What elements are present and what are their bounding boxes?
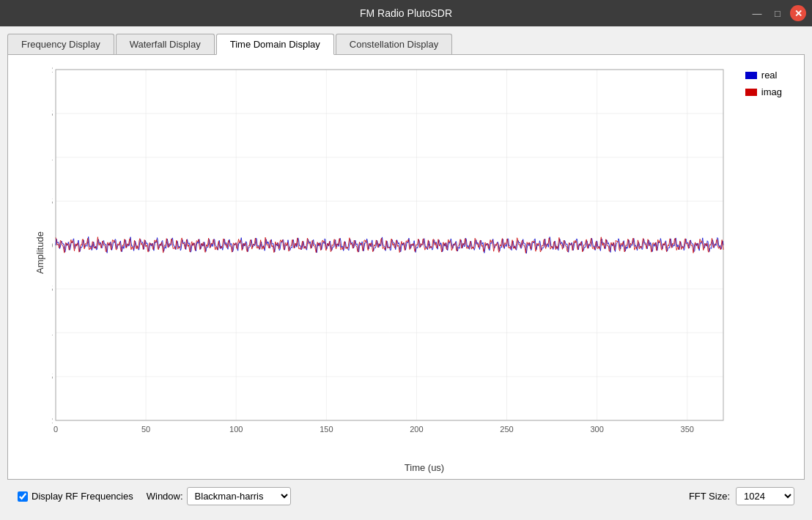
legend-real: real: [745, 70, 782, 81]
window-select[interactable]: Blackman-harris Hamming Hanning Rectangu…: [187, 487, 291, 505]
app-title: FM Radio PlutoSDR: [360, 7, 452, 19]
window-label: Window:: [147, 491, 183, 502]
close-button[interactable]: ✕: [790, 5, 806, 21]
bottom-right: FFT Size: 512 1024 2048 4096: [689, 487, 794, 505]
legend-imag-color: [745, 89, 757, 96]
legend-imag: imag: [745, 86, 782, 97]
rf-frequencies-checkbox[interactable]: [18, 491, 28, 502]
bottom-bar: Display RF Frequencies Window: Blackman-…: [7, 480, 805, 513]
title-bar: FM Radio PlutoSDR — □ ✕: [0, 0, 812, 26]
legend-real-label: real: [761, 70, 778, 81]
minimize-button[interactable]: —: [749, 5, 765, 21]
tab-frequency[interactable]: Frequency Display: [7, 34, 114, 54]
rf-frequencies-label: Display RF Frequencies: [32, 491, 133, 502]
rf-frequencies-checkbox-label[interactable]: Display RF Frequencies: [18, 491, 133, 502]
y-axis-label: Amplitude: [34, 231, 45, 274]
tab-timedomain[interactable]: Time Domain Display: [216, 34, 334, 55]
tab-bar: Frequency Display Waterfall Display Time…: [7, 34, 805, 55]
maximize-button[interactable]: □: [769, 5, 786, 21]
time-domain-chart: [52, 62, 797, 442]
fft-label: FFT Size:: [689, 491, 730, 502]
window-controls: — □ ✕: [749, 5, 806, 21]
tab-waterfall[interactable]: Waterfall Display: [116, 34, 215, 54]
legend-real-color: [745, 72, 757, 79]
chart-area: Amplitude Time (us) real imag: [7, 55, 805, 480]
window-control: Window: Blackman-harris Hamming Hanning …: [147, 487, 291, 505]
chart-wrapper: Amplitude Time (us) real imag: [52, 62, 797, 442]
bottom-left: Display RF Frequencies Window: Blackman-…: [18, 487, 291, 505]
tab-constellation[interactable]: Constellation Display: [336, 34, 452, 54]
main-content: Frequency Display Waterfall Display Time…: [0, 26, 812, 520]
x-axis-label: Time (us): [405, 462, 444, 473]
fft-select[interactable]: 512 1024 2048 4096: [736, 487, 794, 505]
legend-imag-label: imag: [761, 86, 782, 97]
chart-legend: real imag: [745, 70, 782, 97]
